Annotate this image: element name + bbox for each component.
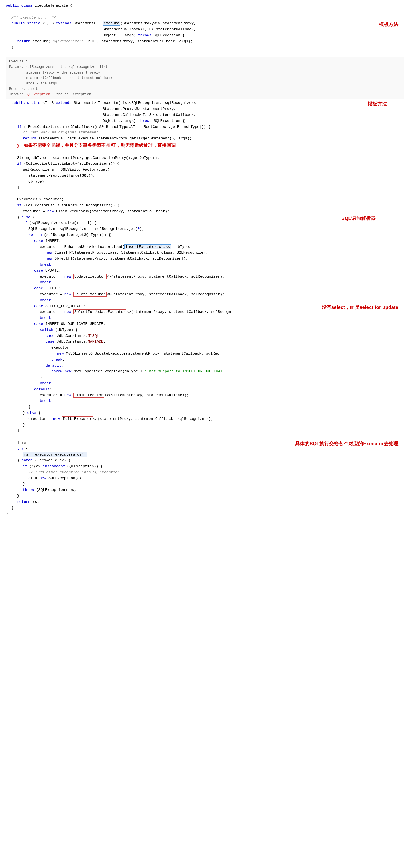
line-class-decl: public class ExecuteTemplate { bbox=[0, 3, 404, 9]
doc-throws: Throws: SQLException – the sql exception bbox=[9, 92, 401, 97]
line-mysql-executor: new MySQLInsertOrUpdateExecutor(statemen… bbox=[0, 351, 404, 357]
line-comment-turn: // Turn other exception into SQLExceptio… bbox=[0, 469, 404, 475]
line-update-executor: executor = new UpdateExecutor<>(statemen… bbox=[0, 274, 404, 280]
doc-execute-t: Execute t. bbox=[9, 59, 401, 64]
doc-params-header: Params: sqlRecognizers – the sql recogni… bbox=[9, 64, 401, 70]
line-close-catch: } bbox=[0, 493, 404, 499]
line-method2-sig2: StatementProxy<S> statementProxy, bbox=[0, 106, 404, 112]
line-break-mysql: break; bbox=[0, 357, 404, 363]
line-return-rs: return rs; bbox=[0, 499, 404, 505]
line-method-sig3: Object... args) throws SQLException { bbox=[0, 33, 404, 38]
annotation-branch-callback: 如果不需要全局锁，并且分支事务类型不是AT，则无需后续处理，直接回调 bbox=[24, 143, 175, 148]
line-case-mysql: case JdbcConstants.MYSQL: bbox=[0, 333, 404, 339]
line-method2-sig4: Object... args) throws SQLException { bbox=[0, 118, 404, 124]
line-break-insert: break; bbox=[0, 262, 404, 268]
line-break-update: break; bbox=[0, 280, 404, 285]
line-default-executor: executor = new PlainExecutor<>(statement… bbox=[0, 393, 404, 399]
line-sqlrecognizer-get: SQLRecognizer sqlRecognizer = sqlRecogni… bbox=[0, 226, 404, 232]
line-try: try { bbox=[0, 446, 404, 452]
line-executor-decl: Executor<T> executor; bbox=[0, 196, 404, 203]
doc-param-args: args – the args bbox=[9, 81, 401, 86]
line-catch: } catch (Throwable ex) { bbox=[0, 458, 404, 464]
line-switch-dbtype: switch (dbType) { bbox=[0, 327, 404, 333]
line-close-else-size: } bbox=[0, 422, 404, 428]
line-close-if-instanceof: } bbox=[0, 481, 404, 487]
line-multi-executor: executor = new MultiExecutor<>(statement… bbox=[0, 416, 404, 422]
doc-param-callback: statementCallback – the statement callba… bbox=[9, 75, 401, 81]
line-default-iodu: default: bbox=[0, 363, 404, 369]
line-case-mariadb: case JdbcConstants.MARIADB: bbox=[0, 339, 404, 345]
line-insert-executor2: new Class[]{StatementProxy.class, Statem… bbox=[0, 250, 404, 256]
line-if-size1: if (sqlRecognizers.size() == 1) { bbox=[0, 220, 404, 226]
line-case-delete: case DELETE: bbox=[0, 285, 404, 291]
line-else-multi: } else { bbox=[0, 410, 404, 416]
line-comment-original: // Just work as original statement bbox=[0, 130, 404, 136]
line-break-sfu: break; bbox=[0, 315, 404, 321]
line-blank4 bbox=[0, 190, 404, 196]
line-method2-sig3: StatementCallback<T, S> statementCallbac… bbox=[0, 112, 404, 118]
line-close-switch-main: } bbox=[0, 404, 404, 410]
line-break-iodu: break; bbox=[0, 380, 404, 386]
line-throw-notsupport: throw new NotSupportYetException(dbType … bbox=[0, 369, 404, 374]
docblock-execute: Execute t. Params: sqlRecognizers – the … bbox=[6, 57, 404, 99]
line-case-sfu: case SELECT_FOR_UPDATE: 没有select，而是selec… bbox=[0, 304, 404, 309]
line-close-switch-dbtype: } bbox=[0, 374, 404, 380]
line-close-method: } bbox=[0, 505, 404, 511]
line-sfu-executor: executor = new SelectForUpdateExecutor<>… bbox=[0, 309, 404, 315]
line-else-sql-parser: } else { SQL语句解析器 bbox=[0, 215, 404, 220]
line-return-execute: return execute( sqlRecognizers: null, st… bbox=[0, 38, 404, 44]
line-case-insert: case INSERT: bbox=[0, 238, 404, 244]
line-if-instanceof: if (!(ex instanceof SQLException)) { bbox=[0, 464, 404, 469]
line-javadoc-short: /** Execute t. ...*/ bbox=[0, 15, 404, 21]
line-dbtype: String dbType = statementProxy.getConnec… bbox=[0, 155, 404, 161]
line-close-else-collection: } bbox=[0, 428, 404, 434]
code-container: public class ExecuteTemplate { /** Execu… bbox=[0, 0, 404, 868]
line-t-rs: T rs; 具体的SQL执行交给各个对应的Executor去处理 bbox=[0, 440, 404, 446]
line-throw-sqlexception: throw (SQLException) ex; bbox=[0, 487, 404, 493]
line-mysql-executor-assign: executor = bbox=[0, 345, 404, 351]
line-close-class: } bbox=[0, 511, 404, 517]
line-insert-executor: executor = EnhancedServiceLoader.load(In… bbox=[0, 244, 404, 250]
line-plain-executor: executor = new PlainExecutor<>(statement… bbox=[0, 209, 404, 215]
line-close-if1: } bbox=[0, 185, 404, 191]
line-gettargetsql: statementProxy.getTargetSQL(), bbox=[0, 173, 404, 179]
line-method-sig2: StatementCallback<T, S> statementCallbac… bbox=[0, 27, 404, 33]
line-close-brace1: } bbox=[0, 44, 404, 51]
line-if-collection-empty2: if (CollectionUtils.isEmpty(sqlRecognize… bbox=[0, 203, 404, 209]
line-rs-execute: rs = executor.execute(args); bbox=[0, 452, 404, 458]
line-close-if-branch: } 如果不需要全局锁，并且分支事务类型不是AT，则无需后续处理，直接回调 bbox=[0, 142, 404, 149]
line-switch: switch (sqlRecognizer.getSQLType()) { bbox=[0, 232, 404, 238]
line-if-collection-empty1: if (CollectionUtils.isEmpty(sqlRecognize… bbox=[0, 161, 404, 167]
line-ex-new: ex = new SQLException(ex); bbox=[0, 475, 404, 482]
line-method-sig1: public static <T, S extends Statement> T… bbox=[0, 21, 404, 27]
line-blank3 bbox=[0, 149, 404, 155]
line-sqlvisitor: sqlRecognizers = SQLVisitorFactory.get( bbox=[0, 167, 404, 173]
line-if-rootcontext: if (!RootContext.requireGlobalLock() && … bbox=[0, 124, 404, 130]
line-dbtype-param: dbType); bbox=[0, 179, 404, 185]
doc-returns: Returns: the t bbox=[9, 86, 401, 92]
line-delete-executor: executor = new DeleteExecutor<>(statemen… bbox=[0, 291, 404, 298]
line-blank1 bbox=[0, 9, 404, 15]
line-default-switch: default: bbox=[0, 386, 404, 393]
line-insert-executor3: new Object[]{statementProxy, statementCa… bbox=[0, 256, 404, 262]
doc-param-proxy: statementProxy – the statement proxy bbox=[9, 70, 401, 75]
line-method2-sig1: public static <T, S extends Statement> T… bbox=[0, 100, 404, 106]
line-blank5 bbox=[0, 434, 404, 440]
line-case-update: case UPDATE: bbox=[0, 268, 404, 274]
line-blank2 bbox=[0, 50, 404, 56]
line-break-default: break; bbox=[0, 398, 404, 404]
line-case-iodu: case INSERT_ON_DUPLICATE_UPDATE: bbox=[0, 321, 404, 327]
line-return-callback: return statementCallback.execute(stateme… bbox=[0, 136, 404, 142]
line-break-delete: break; bbox=[0, 298, 404, 304]
